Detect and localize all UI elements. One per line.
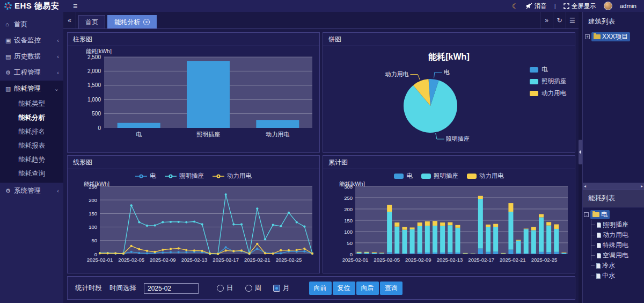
toolbar-button-3[interactable]: 查询	[380, 282, 402, 295]
radio-1[interactable]: 周	[245, 284, 262, 293]
sidebar-item-label: 系统管理	[14, 186, 57, 196]
legend-item-0[interactable]: 电	[394, 172, 413, 180]
stack-bar-18-s1	[493, 227, 498, 251]
stack-bar-7-s1	[409, 229, 414, 254]
query-toolbar: 统计时段 时间选择 日周月 向前复位向后查询	[67, 276, 575, 300]
energy-tree-node-3[interactable]: 空调用电	[591, 250, 643, 261]
stack-bar-6-s0	[402, 254, 407, 254]
legend-item-2[interactable]: 动力用电	[213, 172, 252, 180]
theme-moon-icon[interactable]: ☾	[512, 2, 518, 10]
building-tree-node[interactable]: +XXX项目	[585, 32, 642, 42]
sidebar-subitem-5[interactable]: 能耗查询	[0, 167, 63, 181]
tab-label: 能耗分析	[114, 18, 140, 27]
energy-tree-sibling-0[interactable]: 冷水	[591, 261, 643, 271]
legend-item-2[interactable]: 动力用电	[530, 89, 566, 97]
legend-item-1[interactable]: 照明插座	[421, 172, 458, 180]
system-manage-icon: ⚙	[5, 187, 14, 194]
toolbar-buttons: 向前复位向后查询	[309, 282, 404, 295]
tree-node-selected[interactable]: 电	[590, 210, 610, 219]
sidebar-subitem-2[interactable]: 能耗排名	[0, 125, 63, 139]
tabs-scroll-right-button[interactable]: »	[540, 12, 553, 28]
line-chart: 能耗[kWh]0501001502002502025-02-012025-02-…	[70, 181, 318, 270]
sidebar-item-3[interactable]: ⚙工程管理‹	[0, 64, 63, 81]
device-monitor-icon: ▣	[5, 37, 14, 44]
stack-chart-panel-title: 累计图	[323, 156, 575, 169]
granularity-radio-group: 日周月	[217, 284, 290, 293]
tree-node-selected[interactable]: XXX项目	[591, 32, 630, 41]
sidebar-item-0[interactable]: ⌂首页	[0, 16, 63, 32]
energy-tree-sibling-1[interactable]: 中水	[591, 271, 643, 281]
energy-tree-node-root[interactable]: -电	[584, 210, 643, 220]
building-tree: +XXX项目	[583, 31, 644, 183]
sidebar-subitem-1[interactable]: 能耗分析	[0, 111, 63, 125]
toolbar-button-2[interactable]: 向后	[356, 282, 379, 295]
energy-tree-node-1[interactable]: 动力用电	[591, 230, 643, 240]
stack-bar-23-s1	[531, 230, 536, 253]
scrollbar-right-icon[interactable]: ▸	[641, 184, 643, 189]
chevron-icon: ‹	[57, 187, 59, 194]
sidebar-item-1[interactable]: ▣设备监控‹	[0, 32, 63, 48]
radio-0[interactable]: 日	[217, 284, 233, 293]
stack-bar-27-s2	[561, 252, 566, 253]
line-chart-panel: 线形图 电照明插座动力用电 能耗[kWh]0501001502002502025…	[67, 155, 320, 273]
collapse-handle[interactable]	[579, 140, 582, 164]
file-icon	[596, 273, 601, 279]
radio-circle[interactable]	[273, 285, 280, 292]
tab-close-icon[interactable]: ×	[143, 19, 150, 25]
tab-bar: « 首页能耗分析× » ↻ ☰	[63, 12, 579, 29]
radio-circle[interactable]	[245, 285, 252, 292]
expander-icon[interactable]: -	[584, 212, 589, 217]
legend-item-2[interactable]: 动力用电	[467, 172, 504, 180]
stack-bar-26-s0	[554, 252, 559, 254]
bar-chart: 能耗[kWh]05001,0001,5002,0002,500电照明插座动力用电	[70, 47, 318, 150]
stack-bar-22-s2	[523, 229, 528, 229]
svg-text:2025-02-01: 2025-02-01	[86, 257, 113, 263]
tabs-scroll-left-button[interactable]: «	[63, 12, 76, 28]
toolbar-button-0[interactable]: 向前	[309, 282, 332, 295]
tab-options-button[interactable]: ☰	[566, 12, 579, 28]
file-icon	[597, 233, 601, 238]
sidebar-item-5[interactable]: ⚙系统管理‹	[0, 183, 63, 199]
sidebar-item-2[interactable]: ▤历史数据‹	[0, 48, 63, 64]
sidebar-subitem-0[interactable]: 能耗类型	[0, 97, 63, 111]
toolbar-button-1[interactable]: 复位	[333, 282, 355, 295]
scrollbar-left-icon[interactable]: ◂	[584, 184, 586, 189]
stack-bar-26-s2	[554, 225, 559, 229]
sidebar-item-label: 设备监控	[14, 36, 57, 45]
expander-icon[interactable]: +	[585, 34, 590, 39]
legend-label: 电	[406, 172, 413, 180]
legend-item-0[interactable]: 电	[135, 172, 156, 180]
svg-text:2025-02-01: 2025-02-01	[342, 257, 368, 263]
tree-node-label: XXX项目	[602, 32, 628, 41]
sidebar-item-4[interactable]: ▥能耗管理⌄	[0, 81, 63, 97]
folder-icon	[594, 34, 601, 39]
legend-item-1[interactable]: 照明插座	[165, 172, 204, 180]
sidebar-subitem-4[interactable]: 能耗趋势	[0, 153, 63, 167]
legend-item-1[interactable]: 照明插座	[530, 77, 566, 85]
stack-bar-4-s0	[387, 252, 392, 254]
avatar[interactable]	[604, 2, 612, 10]
fullscreen-button[interactable]: 全屏显示	[564, 2, 596, 10]
tab-refresh-button[interactable]: ↻	[553, 12, 566, 28]
mute-button[interactable]: 消音	[526, 2, 547, 10]
sidebar-subitem-3[interactable]: 能耗报表	[0, 139, 63, 153]
legend-item-0[interactable]: 电	[530, 66, 566, 74]
stack-bar-16-s2	[478, 196, 482, 199]
tab-0[interactable]: 首页	[78, 15, 105, 28]
time-input[interactable]	[144, 283, 199, 294]
stack-bar-26-s1	[554, 229, 559, 252]
radio-2[interactable]: 月	[273, 284, 290, 293]
sidebar-expanded-group: ▥能耗管理⌄能耗类型能耗分析能耗排名能耗报表能耗趋势能耗查询	[0, 81, 63, 183]
tree-horizontal-scrollbar[interactable]: ◂ ▸	[583, 183, 644, 190]
svg-text:200: 200	[344, 206, 353, 212]
stack-bar-1-s0	[364, 254, 369, 254]
tab-1[interactable]: 能耗分析×	[107, 15, 157, 28]
time-select-label: 时间选择	[109, 284, 136, 293]
stack-bar-17-s0	[486, 252, 491, 254]
energy-tree-node-2[interactable]: 特殊用电	[591, 240, 643, 250]
radio-circle[interactable]	[217, 285, 224, 292]
stack-bar-8-s2	[417, 222, 422, 226]
menu-toggle-icon[interactable]: ≡	[73, 2, 77, 10]
energy-tree-node-0[interactable]: 照明插座	[591, 220, 643, 230]
legend-label: 动力用电	[479, 172, 504, 180]
